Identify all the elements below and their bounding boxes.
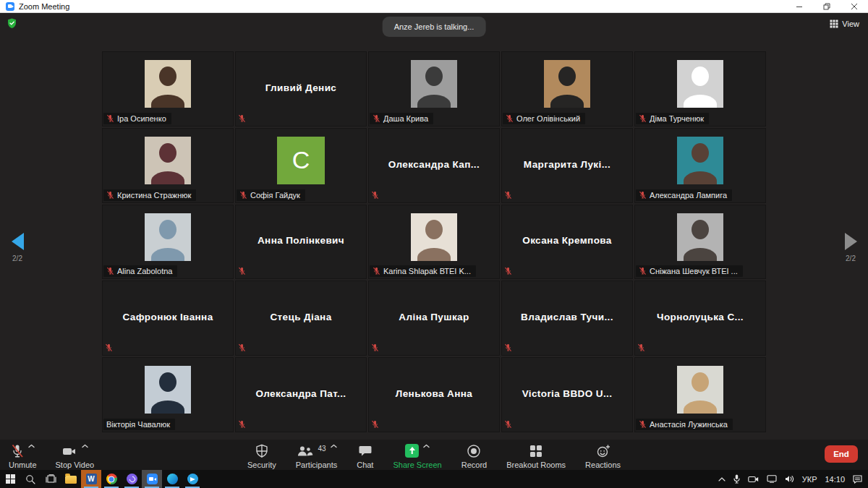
tray-network-icon[interactable] xyxy=(767,475,777,483)
participant-avatar xyxy=(145,213,191,261)
page-indicator-right: 2/2 xyxy=(836,254,865,262)
participant-name-label: Даша Крива xyxy=(370,113,433,124)
close-button[interactable] xyxy=(841,0,868,13)
participant-tile[interactable]: Alina Zabolotna xyxy=(102,205,234,280)
reactions-button[interactable]: Reactions xyxy=(585,444,621,469)
avatar-head-shape xyxy=(159,67,176,86)
participant-name: Маргарита Лукі... xyxy=(505,158,629,169)
action-center-icon[interactable] xyxy=(853,475,862,484)
participant-name-label: Діма Турченюк xyxy=(636,113,709,124)
record-icon xyxy=(467,444,481,458)
participant-tile[interactable]: Сніжана Шевчук ВТЕІ ... xyxy=(634,205,766,280)
participants-count: 43 xyxy=(318,445,326,453)
participant-tile[interactable]: Victoria BBDO U... xyxy=(501,357,633,432)
participant-name: Олександра Кап... xyxy=(372,158,496,169)
participant-tile[interactable]: Олег Олівінський xyxy=(501,51,633,127)
clock[interactable]: 14:10 xyxy=(825,475,845,484)
participant-tile[interactable]: Оксана Кремпова xyxy=(501,205,633,280)
chevron-up-icon[interactable] xyxy=(423,444,430,448)
participant-name: Олег Олівінський xyxy=(516,114,580,123)
participant-tile[interactable]: Маргарита Лукі... xyxy=(501,128,633,203)
task-view-button[interactable] xyxy=(41,470,61,488)
participant-tile[interactable]: Іра Осипенко xyxy=(102,51,234,127)
chevron-up-icon[interactable] xyxy=(331,444,337,448)
stop-video-button[interactable]: Stop Video xyxy=(56,444,95,469)
participant-tile[interactable]: C Софія Гайдук xyxy=(235,128,367,203)
telegram-app-button[interactable] xyxy=(182,470,203,488)
participant-tile[interactable]: Анастасія Лужинська xyxy=(634,357,766,432)
participant-tile[interactable]: Сафронюк Іванна xyxy=(102,281,234,356)
page-prev-control[interactable]: 2/2 xyxy=(3,233,32,262)
restore-button[interactable] xyxy=(813,0,841,13)
search-button[interactable] xyxy=(20,470,41,488)
security-shield-icon[interactable] xyxy=(7,18,17,32)
participant-name-label xyxy=(636,342,647,354)
muted-mic-icon xyxy=(637,343,645,352)
avatar-head-shape xyxy=(558,67,576,86)
end-meeting-button[interactable]: End xyxy=(825,445,858,463)
page-next-control[interactable]: 2/2 xyxy=(836,233,865,262)
minimize-button[interactable] xyxy=(786,0,813,13)
security-label: Security xyxy=(247,461,276,469)
chat-button[interactable]: Chat xyxy=(357,444,373,469)
view-button[interactable]: View xyxy=(830,20,859,28)
chrome-app-button[interactable] xyxy=(101,470,122,488)
muted-mic-icon xyxy=(506,114,514,123)
participant-tile[interactable]: Анна Полінкевич xyxy=(235,205,367,280)
tray-volume-icon[interactable] xyxy=(785,475,794,483)
participant-name-label xyxy=(237,265,247,277)
participant-tile[interactable]: Олександра Пат... xyxy=(235,357,367,432)
edge-app-button[interactable] xyxy=(162,470,182,488)
avatar-head-shape xyxy=(159,220,176,239)
participant-name-label: Alina Zabolotna xyxy=(103,265,177,277)
participant-tile[interactable]: Гливий Денис xyxy=(235,51,367,127)
breakout-rooms-label: Breakout Rooms xyxy=(506,461,566,469)
avatar-head-shape xyxy=(425,220,443,239)
avatar-head-shape xyxy=(692,220,709,239)
security-button[interactable]: Security xyxy=(247,444,276,469)
participant-tile[interactable]: Владислав Тучи... xyxy=(501,281,633,356)
page-indicator-left: 2/2 xyxy=(3,254,32,262)
muted-mic-icon xyxy=(504,343,512,352)
participant-tile[interactable]: Александра Лампига xyxy=(634,128,766,203)
participant-tile[interactable]: Чорнолуцька С... xyxy=(634,281,766,356)
participant-tile[interactable]: Стець Діана xyxy=(235,281,367,356)
participant-tile[interactable]: Вікторія Чавалюк xyxy=(102,357,234,432)
participant-tile[interactable]: Діма Турченюк xyxy=(634,51,766,127)
participant-tile[interactable]: Ленькова Анна xyxy=(368,357,500,432)
share-screen-button[interactable]: Share Screen xyxy=(393,444,441,469)
windows-logo-icon xyxy=(6,474,15,484)
participant-name-label: Сніжана Шевчук ВТЕІ ... xyxy=(636,265,743,277)
page-prev-arrow[interactable] xyxy=(12,233,24,250)
tray-chevron-up-icon[interactable] xyxy=(718,477,726,481)
participant-avatar xyxy=(677,213,723,261)
breakout-rooms-button[interactable]: Breakout Rooms xyxy=(506,444,566,469)
record-button[interactable]: Record xyxy=(461,444,487,469)
participant-name: Софія Гайдук xyxy=(250,191,300,200)
file-explorer-button[interactable] xyxy=(61,470,81,488)
tray-microphone-icon[interactable] xyxy=(733,474,740,484)
unmute-button[interactable]: Unmute xyxy=(9,444,37,469)
windows-taskbar: W xyxy=(0,470,868,488)
participant-tile[interactable]: Karina Shlapak ВТЕІ K... xyxy=(368,205,500,280)
viber-app-button[interactable] xyxy=(122,470,142,488)
tray-camera-icon[interactable] xyxy=(748,476,759,483)
language-indicator[interactable]: УКР xyxy=(802,475,817,484)
participant-name: Victoria BBDO U... xyxy=(505,388,629,399)
unmute-label: Unmute xyxy=(9,461,37,469)
page-next-arrow[interactable] xyxy=(845,233,857,250)
participant-tile[interactable]: Олександра Кап... xyxy=(368,128,500,203)
zoom-app-button[interactable] xyxy=(142,470,162,488)
start-button[interactable] xyxy=(0,470,20,488)
share-screen-icon xyxy=(405,444,419,458)
chevron-up-icon[interactable] xyxy=(82,444,88,448)
chevron-up-icon[interactable] xyxy=(28,444,35,448)
participant-tile[interactable]: Кристина Стражнюк xyxy=(102,128,234,203)
zoom-meeting-window: Zoom Meeting Anze Jereb is talking... xyxy=(0,0,868,488)
muted-mic-icon xyxy=(371,420,379,429)
participants-button[interactable]: 43 Participants xyxy=(296,444,337,469)
word-app-button[interactable]: W xyxy=(81,470,101,488)
participant-avatar xyxy=(145,366,191,414)
participant-tile[interactable]: Аліна Пушкар xyxy=(368,281,500,356)
participant-tile[interactable]: Даша Крива xyxy=(368,51,500,127)
